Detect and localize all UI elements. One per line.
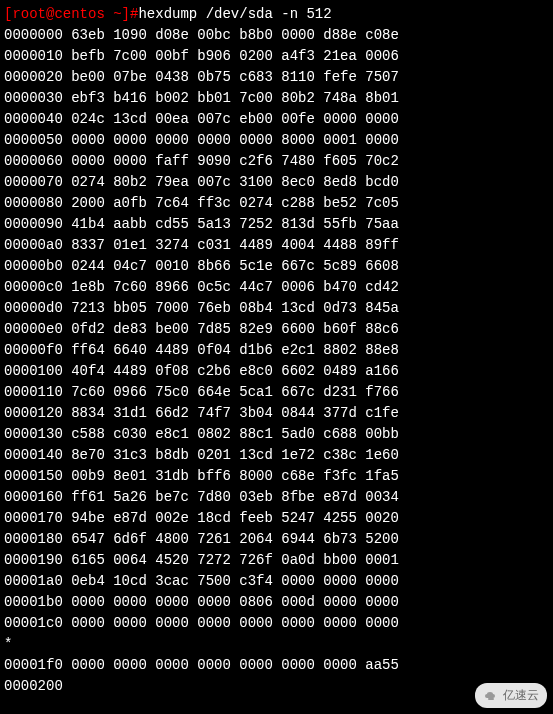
hexdump-line: 0000020 be00 07be 0438 0b75 c683 8110 fe…: [4, 67, 549, 88]
hexdump-line: 0000160 ff61 5a26 be7c 7d80 03eb 8fbe e8…: [4, 487, 549, 508]
hexdump-line: 0000050 0000 0000 0000 0000 0000 8000 00…: [4, 130, 549, 151]
cloud-icon: [483, 690, 499, 702]
shell-command: hexdump /dev/sda -n 512: [138, 6, 331, 22]
hexdump-line: 0000060 0000 0000 faff 9090 c2f6 7480 f6…: [4, 151, 549, 172]
hexdump-line: 00001a0 0eb4 10cd 3cac 7500 c3f4 0000 00…: [4, 571, 549, 592]
hexdump-line: 0000080 2000 a0fb 7c64 ff3c 0274 c288 be…: [4, 193, 549, 214]
hexdump-line: 0000090 41b4 aabb cd55 5a13 7252 813d 55…: [4, 214, 549, 235]
hexdump-line: 0000010 befb 7c00 00bf b906 0200 a4f3 21…: [4, 46, 549, 67]
watermark-badge: 亿速云: [475, 683, 547, 708]
hexdump-line: 0000130 c588 c030 e8c1 0802 88c1 5ad0 c6…: [4, 424, 549, 445]
hexdump-line: 0000110 7c60 0966 75c0 664e 5ca1 667c d2…: [4, 382, 549, 403]
hexdump-line: 00001b0 0000 0000 0000 0000 0806 000d 00…: [4, 592, 549, 613]
hexdump-line: 00001f0 0000 0000 0000 0000 0000 0000 00…: [4, 655, 549, 676]
hexdump-line: 0000200: [4, 676, 549, 697]
hexdump-line: 00000b0 0244 04c7 0010 8b66 5c1e 667c 5c…: [4, 256, 549, 277]
hexdump-line: 0000120 8834 31d1 66d2 74f7 3b04 0844 37…: [4, 403, 549, 424]
hexdump-line: 0000100 40f4 4489 0f08 c2b6 e8c0 6602 04…: [4, 361, 549, 382]
hexdump-trailing-block: 00001f0 0000 0000 0000 0000 0000 0000 00…: [4, 655, 549, 697]
hexdump-line: 00000a0 8337 01e1 3274 c031 4489 4004 44…: [4, 235, 549, 256]
hexdump-line: 00001c0 0000 0000 0000 0000 0000 0000 00…: [4, 613, 549, 634]
watermark-text: 亿速云: [503, 685, 539, 706]
hexdump-line: 0000070 0274 80b2 79ea 007c 3100 8ec0 8e…: [4, 172, 549, 193]
hexdump-line: 00000c0 1e8b 7c60 8966 0c5c 44c7 0006 b4…: [4, 277, 549, 298]
hexdump-line: 0000170 94be e87d 002e 18cd feeb 5247 42…: [4, 508, 549, 529]
hexdump-line: 00000d0 7213 bb05 7000 76eb 08b4 13cd 0d…: [4, 298, 549, 319]
hexdump-repeat-marker: *: [4, 634, 549, 655]
hexdump-line: 0000030 ebf3 b416 b002 bb01 7c00 80b2 74…: [4, 88, 549, 109]
shell-prompt-line: [root@centos ~]#hexdump /dev/sda -n 512: [4, 4, 549, 25]
hexdump-line: 0000180 6547 6d6f 4800 7261 2064 6944 6b…: [4, 529, 549, 550]
hexdump-line: 0000140 8e70 31c3 b8db 0201 13cd 1e72 c3…: [4, 445, 549, 466]
hexdump-line: 0000150 00b9 8e01 31db bff6 8000 c68e f3…: [4, 466, 549, 487]
hexdump-output-block: 0000000 63eb 1090 d08e 00bc b8b0 0000 d8…: [4, 25, 549, 634]
hexdump-line: 00000e0 0fd2 de83 be00 7d85 82e9 6600 b6…: [4, 319, 549, 340]
hexdump-line: 00000f0 ff64 6640 4489 0f04 d1b6 e2c1 88…: [4, 340, 549, 361]
hexdump-line: 0000040 024c 13cd 00ea 007c eb00 00fe 00…: [4, 109, 549, 130]
hexdump-line: 0000000 63eb 1090 d08e 00bc b8b0 0000 d8…: [4, 25, 549, 46]
hexdump-line: 0000190 6165 0064 4520 7272 726f 0a0d bb…: [4, 550, 549, 571]
prompt-user-host: [root@centos ~]#: [4, 6, 138, 22]
